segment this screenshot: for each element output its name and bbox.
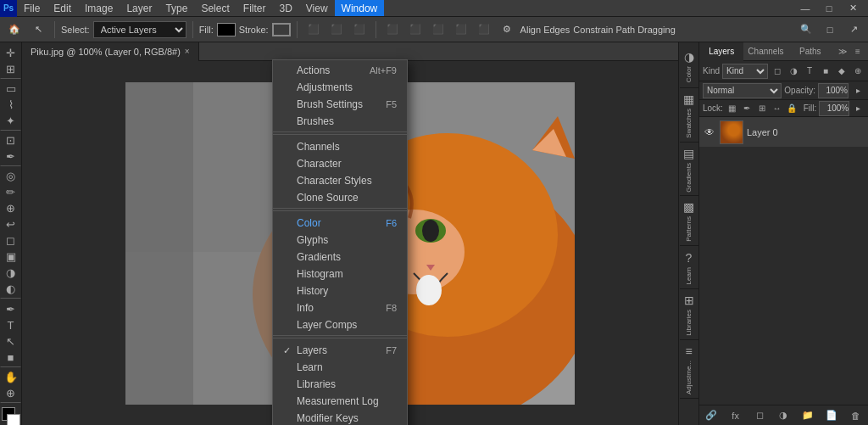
learn-panel-icon[interactable]: ? Learn xyxy=(680,247,698,289)
swatches-panel-icon[interactable]: ▦ Swatches xyxy=(680,89,698,143)
gradient-tool[interactable]: ▣ xyxy=(2,249,20,264)
menu-brush-settings[interactable]: Brush Settings F5 xyxy=(273,96,407,113)
menu-3d[interactable]: 3D xyxy=(272,0,298,16)
lock-artboard-icon[interactable]: ⊞ xyxy=(755,102,768,115)
gear-icon[interactable]: ⚙ xyxy=(497,20,517,40)
lasso-tool[interactable]: ⌇ xyxy=(2,98,20,112)
layer-row[interactable]: 👁 Layer 0 xyxy=(699,117,868,148)
menu-window[interactable]: Window xyxy=(335,0,385,16)
menu-character[interactable]: Character xyxy=(273,155,407,172)
delete-layer-btn[interactable]: 🗑 xyxy=(848,408,865,423)
dodge-tool[interactable]: ◐ xyxy=(2,282,20,296)
crop-tool[interactable]: ⊡ xyxy=(2,133,20,148)
lock-move-icon[interactable]: ↔ xyxy=(771,102,783,115)
menu-image[interactable]: Image xyxy=(78,0,120,16)
menu-layers[interactable]: ✓ Layers F7 xyxy=(273,342,407,359)
link-layers-btn[interactable]: 🔗 xyxy=(703,408,720,423)
minimize-btn[interactable]: — xyxy=(795,0,815,19)
opacity-input[interactable] xyxy=(818,83,849,98)
type-tool[interactable]: T xyxy=(2,318,20,333)
filter-on-icon[interactable]: ⊕ xyxy=(851,64,865,78)
zoom-tool[interactable]: ⊕ xyxy=(2,386,20,400)
home-btn[interactable]: 🏠 xyxy=(4,20,25,40)
clone-stamp-tool[interactable]: ⊕ xyxy=(2,201,20,215)
adjustments-panel-icon[interactable]: ≡ Adjustme... xyxy=(680,341,698,399)
menu-layer[interactable]: Layer xyxy=(120,0,159,16)
share-btn[interactable]: ↗ xyxy=(843,20,864,40)
transform-btn1[interactable]: ⬛ xyxy=(303,20,324,40)
filter-type-icon[interactable]: T xyxy=(803,64,816,78)
close-btn[interactable]: ✕ xyxy=(843,0,863,19)
brush-tool[interactable]: ✏ xyxy=(2,185,20,199)
align-btn5[interactable]: ⬛ xyxy=(474,20,494,40)
menu-history[interactable]: History xyxy=(273,282,407,299)
quick-select-tool[interactable]: ✦ xyxy=(2,114,20,128)
menu-histogram[interactable]: Histogram xyxy=(273,266,407,282)
menu-color[interactable]: Color F6 xyxy=(273,215,407,232)
shape-tool[interactable]: ■ xyxy=(2,350,20,365)
kind-select[interactable]: Kind xyxy=(722,64,768,79)
layer-visibility-icon[interactable]: 👁 xyxy=(703,126,716,139)
menu-filter[interactable]: Filter xyxy=(236,0,273,16)
menu-type[interactable]: Type xyxy=(159,0,194,16)
menu-brushes[interactable]: Brushes xyxy=(273,113,407,130)
fx-btn[interactable]: fx xyxy=(727,408,744,423)
menu-select[interactable]: Select xyxy=(194,0,236,16)
history-brush-tool[interactable]: ↩ xyxy=(2,217,20,232)
filter-adj-icon[interactable]: ◑ xyxy=(787,64,800,78)
fill-input[interactable] xyxy=(819,101,849,116)
align-btn2[interactable]: ⬛ xyxy=(405,20,426,40)
fill-arrow[interactable]: ▸ xyxy=(852,102,865,115)
hand-tool[interactable]: ✋ xyxy=(2,370,20,384)
align-btn3[interactable]: ⬛ xyxy=(428,20,448,40)
menu-clone-source[interactable]: Clone Source xyxy=(273,189,407,206)
tab-close-btn[interactable]: × xyxy=(185,47,190,56)
filter-shape-icon[interactable]: ■ xyxy=(819,64,832,78)
lock-pixel-icon[interactable]: ▦ xyxy=(726,102,738,115)
menu-glyphs[interactable]: Glyphs xyxy=(273,232,407,249)
menu-libraries[interactable]: Libraries xyxy=(273,376,407,393)
artboard-tool[interactable]: ⊞ xyxy=(2,62,20,76)
add-mask-btn[interactable]: ◻ xyxy=(751,408,768,423)
align-btn1[interactable]: ⬛ xyxy=(382,20,403,40)
patterns-panel-icon[interactable]: ▩ Patterns xyxy=(680,197,698,246)
eraser-tool[interactable]: ◻ xyxy=(2,233,20,248)
menu-character-styles[interactable]: Character Styles xyxy=(273,172,407,189)
menu-actions[interactable]: Actions Alt+F9 xyxy=(273,62,407,79)
fill-swatch[interactable] xyxy=(217,23,236,36)
gradients-panel-icon[interactable]: ▤ Gradients xyxy=(680,143,698,197)
lock-all-icon[interactable]: 🔒 xyxy=(786,102,798,115)
maximize-btn[interactable]: □ xyxy=(819,0,839,19)
stroke-swatch[interactable] xyxy=(272,23,291,36)
menu-view[interactable]: View xyxy=(299,0,335,16)
search-icon[interactable]: 🔍 xyxy=(796,20,816,40)
menu-modifier-keys[interactable]: Modifier Keys xyxy=(273,410,407,425)
pen-tool[interactable]: ✒ xyxy=(2,302,20,316)
spot-heal-tool[interactable]: ◎ xyxy=(2,169,20,183)
marquee-rect-tool[interactable]: ▭ xyxy=(2,81,20,96)
paths-tab[interactable]: Paths xyxy=(788,42,832,61)
eyedropper-tool[interactable]: ✒ xyxy=(2,149,20,164)
libraries-panel-icon[interactable]: ⊞ Libraries xyxy=(680,290,698,340)
menu-info[interactable]: Info F8 xyxy=(273,299,407,316)
select-dropdown[interactable]: Active Layers xyxy=(93,21,186,38)
channels-tab[interactable]: Channels xyxy=(743,42,787,61)
workspace-btn[interactable]: □ xyxy=(820,20,840,40)
lock-position-icon[interactable]: ✒ xyxy=(741,102,754,115)
menu-channels[interactable]: Channels xyxy=(273,138,407,155)
menu-measurement-log[interactable]: Measurement Log xyxy=(273,393,407,410)
panel-collapse-icon[interactable]: ≡ xyxy=(851,45,865,59)
blur-tool[interactable]: ◑ xyxy=(2,266,20,280)
new-group-btn[interactable]: 📁 xyxy=(799,408,816,423)
filter-smart-icon[interactable]: ◆ xyxy=(835,64,849,78)
background-swatch[interactable] xyxy=(7,414,20,425)
path-select-tool[interactable]: ↖ xyxy=(2,334,20,349)
blend-mode-select[interactable]: Normal xyxy=(703,83,782,98)
layers-tab[interactable]: Layers xyxy=(699,42,743,61)
menu-edit[interactable]: Edit xyxy=(47,0,78,16)
arrow-tool[interactable]: ↖ xyxy=(28,20,48,40)
transform-btn2[interactable]: ⬛ xyxy=(326,20,347,40)
panel-menu-icon[interactable]: ≫ xyxy=(836,45,849,59)
color-panel-icon[interactable]: ◑ Color xyxy=(680,46,698,88)
menu-file[interactable]: File xyxy=(17,0,47,16)
